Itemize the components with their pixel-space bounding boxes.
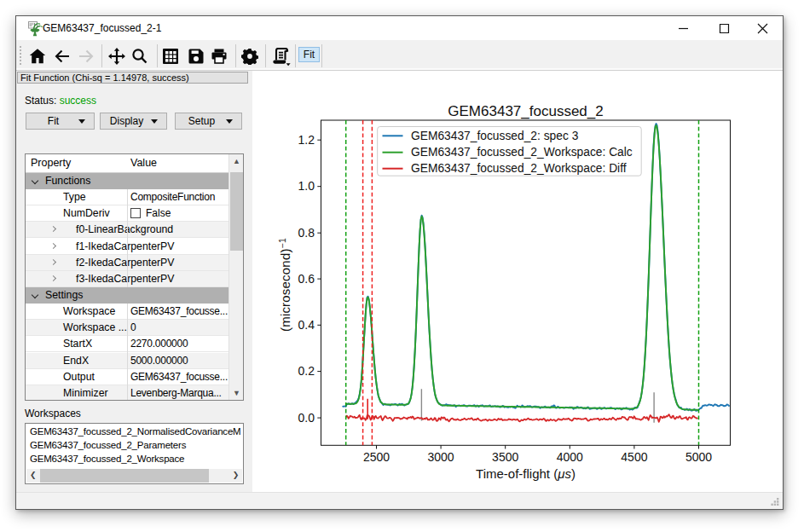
svg-text:1.0: 1.0: [298, 179, 315, 193]
svg-text:GEM63437_focussed_2: GEM63437_focussed_2: [448, 103, 603, 119]
svg-text:0.6: 0.6: [298, 272, 315, 286]
svg-text:GEM63437_focussed_2: spec 3: GEM63437_focussed_2: spec 3: [411, 130, 579, 142]
svg-text:1.2: 1.2: [298, 133, 315, 147]
svg-text:0.0: 0.0: [298, 411, 315, 425]
svg-text:Time-of-flight (μs): Time-of-flight (μs): [476, 466, 576, 481]
svg-text:5000: 5000: [685, 450, 712, 464]
svg-text:4000: 4000: [557, 450, 583, 464]
svg-text:GEM63437_focussed_2_Workspace:: GEM63437_focussed_2_Workspace: Diff: [411, 162, 627, 175]
svg-text:3000: 3000: [428, 450, 454, 464]
svg-text:0.8: 0.8: [298, 226, 315, 240]
svg-text:0.2: 0.2: [298, 364, 315, 378]
svg-text:0.4: 0.4: [298, 318, 315, 332]
svg-text:2500: 2500: [363, 450, 390, 464]
svg-text:GEM63437_focussed_2_Workspace:: GEM63437_focussed_2_Workspace: Calc: [411, 146, 633, 159]
svg-text:3500: 3500: [492, 450, 518, 464]
svg-text:4500: 4500: [621, 450, 647, 464]
svg-text:(microsecond)−1: (microsecond)−1: [277, 238, 292, 332]
